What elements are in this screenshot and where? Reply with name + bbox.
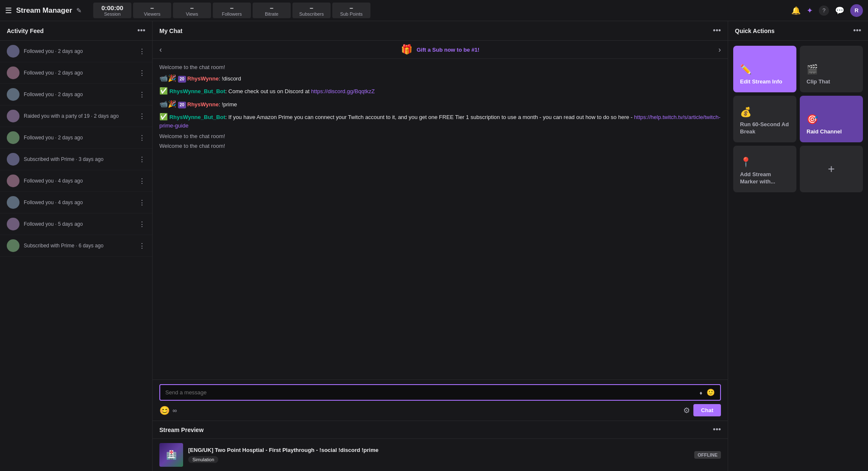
activity-avatar <box>7 110 19 122</box>
stream-thumbnail-img: 🏥 <box>159 443 183 467</box>
activity-text: Followed you · 2 days ago <box>24 48 134 54</box>
main-layout: Activity Feed ••• Followed you · 2 days … <box>0 21 868 471</box>
chat-link[interactable]: https://discord.gg/BqqtkzZ <box>311 88 375 94</box>
action-add-more[interactable]: + <box>800 146 863 192</box>
help-icon[interactable]: ? <box>819 6 829 16</box>
chat-banner[interactable]: ‹ 🎁 Gift a Sub now to be #1! › <box>153 41 728 59</box>
activity-item-more[interactable]: ⋮ <box>139 177 145 185</box>
chat-bubble-icon[interactable]: 💬 <box>835 6 844 15</box>
preview-more[interactable]: ••• <box>713 425 721 434</box>
activity-item-more[interactable]: ⋮ <box>139 242 145 250</box>
chat-input-area: ⬧ 🙂 😊 ∞ ⚙ Chat <box>153 380 728 421</box>
avatar[interactable]: R <box>850 4 863 17</box>
banner-prev[interactable]: ‹ <box>159 45 162 54</box>
emote-icon[interactable]: 🙂 <box>707 388 715 396</box>
chat-message: ✅ RhysWynne_But_Bot: Come check out us o… <box>159 86 721 96</box>
nav-left: ☰ Stream Manager ✎ <box>5 6 90 15</box>
stat-viewers[interactable]: –Viewers <box>133 3 171 18</box>
chat-username[interactable]: RhysWynne_But_Bot <box>170 88 225 94</box>
activity-avatar <box>7 239 19 252</box>
stream-thumbnail: 🏥 <box>159 443 183 467</box>
activity-text: Subscribed with Prime · 6 days ago <box>24 243 134 249</box>
activity-item-more[interactable]: ⋮ <box>139 155 145 163</box>
hamburger-icon[interactable]: ☰ <box>5 6 12 15</box>
chat-emote: ✅ <box>159 113 168 120</box>
activity-item: Followed you · 4 days ago ⋮ <box>0 170 152 192</box>
activity-item: Followed you · 2 days ago ⋮ <box>0 62 152 84</box>
activity-feed-title: Activity Feed <box>7 28 44 34</box>
gift-icon: 🎁 <box>401 44 412 55</box>
chat-send-button[interactable]: Chat <box>693 404 721 416</box>
action-icon-raid-channel: 🎯 <box>807 114 818 125</box>
sparkle-icon[interactable]: ✦ <box>807 6 813 15</box>
activity-detail: Followed you · 2 days ago <box>24 135 134 141</box>
activity-avatar <box>7 66 19 79</box>
activity-feed-panel: Activity Feed ••• Followed you · 2 days … <box>0 21 153 471</box>
action-run-ad-break[interactable]: 💰 Run 60-Second Ad Break <box>733 96 796 142</box>
chat-message: ✅ RhysWynne_But_Bot: If you have Amazon … <box>159 112 721 130</box>
chat-messages: Welcome to the chat room!📹🎉 20RhysWynne:… <box>153 59 728 380</box>
infinity-symbol: ∞ <box>172 407 177 414</box>
stream-tag[interactable]: Simulation <box>188 456 218 463</box>
activity-feed-more[interactable]: ••• <box>137 26 145 35</box>
activity-detail: Followed you · 2 days ago <box>24 91 134 97</box>
activity-item: Followed you · 2 days ago ⋮ <box>0 84 152 105</box>
chat-message: 📹🎉 20RhysWynne: !prime <box>159 100 721 109</box>
chat-message: Welcome to the chat room! <box>159 133 721 139</box>
chat-emote: 📹🎉 <box>159 100 176 108</box>
stat-bitrate[interactable]: –Bitrate <box>253 3 291 18</box>
quick-actions-more[interactable]: ••• <box>853 26 861 35</box>
action-edit-stream-info[interactable]: ✏️ Edit Stream Info <box>733 46 796 92</box>
stat-sub-points[interactable]: –Sub Points <box>332 3 370 18</box>
action-raid-channel[interactable]: 🎯 Raid Channel <box>800 96 863 142</box>
quick-actions-title: Quick Actions <box>735 28 775 34</box>
chat-settings-icon[interactable]: ⚙ <box>683 406 690 415</box>
chat-link[interactable]: https://help.twitch.tv/s/article/twitch-… <box>159 114 721 128</box>
activity-list: Followed you · 2 days ago ⋮ Followed you… <box>0 41 152 471</box>
action-label-edit-stream-info: Edit Stream Info <box>740 78 782 86</box>
chat-message: Welcome to the chat room! <box>159 143 721 149</box>
activity-detail: Followed you · 4 days ago <box>24 178 134 184</box>
activity-item-more[interactable]: ⋮ <box>139 112 145 120</box>
action-add-stream-marker[interactable]: 📍 Add Stream Marker with... <box>733 146 796 192</box>
chat-username[interactable]: RhysWynne <box>187 75 219 82</box>
quick-actions-panel: Quick Actions ••• ✏️ Edit Stream Info 🎬 … <box>728 21 868 471</box>
action-clip-that[interactable]: 🎬 Clip That <box>800 46 863 92</box>
chat-username[interactable]: RhysWynne <box>187 101 219 108</box>
boost-icon[interactable]: ⬧ <box>699 389 703 396</box>
activity-item-more[interactable]: ⋮ <box>139 47 145 55</box>
chat-emote: 📹🎉 <box>159 75 176 82</box>
chat-panel: My Chat ••• ‹ 🎁 Gift a Sub now to be #1!… <box>153 21 728 471</box>
chat-user-info: 😊 ∞ <box>159 405 177 416</box>
chat-message: 📹🎉 20RhysWynne: !discord <box>159 74 721 83</box>
add-action-icon: + <box>828 162 835 176</box>
stat-subscribers[interactable]: –Subscribers <box>292 3 331 18</box>
activity-text: Subscribed with Prime · 3 days ago <box>24 156 134 162</box>
activity-item-more[interactable]: ⋮ <box>139 220 145 228</box>
banner-next[interactable]: › <box>718 45 721 54</box>
stat-session[interactable]: 0:00:00Session <box>93 3 131 18</box>
chat-username[interactable]: RhysWynne_But_Bot <box>170 114 225 120</box>
activity-item-more[interactable]: ⋮ <box>139 199 145 207</box>
banner-text: Gift a Sub now to be #1! <box>417 47 479 53</box>
chat-input[interactable] <box>165 389 696 396</box>
activity-text: Followed you · 4 days ago <box>24 178 134 184</box>
activity-text: Followed you · 2 days ago <box>24 70 134 76</box>
activity-item-more[interactable]: ⋮ <box>139 134 145 142</box>
activity-avatar <box>7 131 19 144</box>
activity-feed-header: Activity Feed ••• <box>0 21 152 41</box>
activity-text: Followed you · 2 days ago <box>24 135 134 141</box>
activity-text: Raided you with a party of 19 · 2 days a… <box>24 113 134 119</box>
pencil-icon[interactable]: ✎ <box>76 7 82 14</box>
user-emoji: 😊 <box>159 405 170 416</box>
activity-item: Followed you · 5 days ago ⋮ <box>0 213 152 235</box>
activity-item-more[interactable]: ⋮ <box>139 91 145 99</box>
stat-followers[interactable]: –Followers <box>213 3 251 18</box>
action-label-run-ad-break: Run 60-Second Ad Break <box>740 121 790 136</box>
chat-more[interactable]: ••• <box>713 26 721 35</box>
bell-icon[interactable]: 🔔 <box>791 6 801 15</box>
stat-views[interactable]: –Views <box>173 3 211 18</box>
activity-item-more[interactable]: ⋮ <box>139 69 145 77</box>
stream-preview: Stream Preview ••• 🏥 [ENG/UK] Two Point … <box>153 421 728 471</box>
activity-avatar <box>7 175 19 187</box>
